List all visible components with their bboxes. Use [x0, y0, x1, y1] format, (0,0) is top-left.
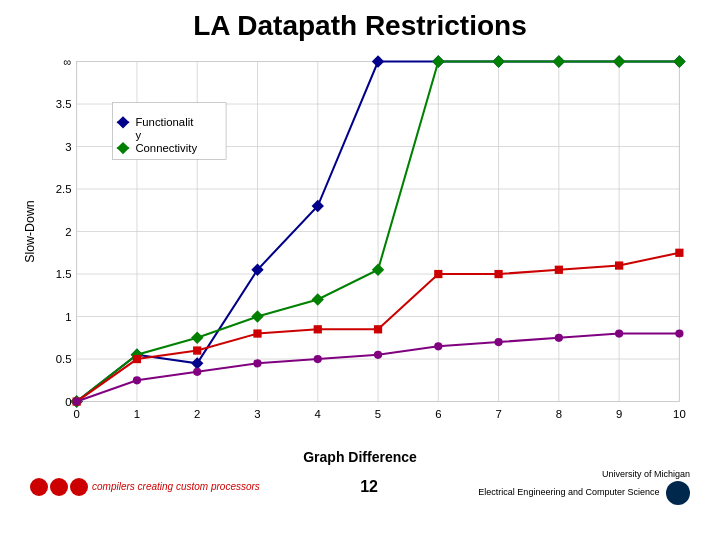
svg-text:7: 7: [495, 408, 501, 420]
svg-point-85: [675, 329, 683, 337]
svg-text:2.5: 2.5: [56, 183, 72, 195]
svg-point-75: [73, 397, 81, 405]
svg-text:Connectivity: Connectivity: [135, 142, 197, 154]
svg-text:1: 1: [134, 408, 140, 420]
footer-left: compilers creating custom processors: [30, 478, 260, 496]
svg-text:10: 10: [673, 408, 686, 420]
svg-text:3: 3: [65, 141, 71, 153]
footer-tagline: compilers creating custom processors: [92, 481, 260, 492]
ccc-circle-1: [30, 478, 48, 496]
svg-rect-66: [193, 346, 201, 354]
svg-text:5: 5: [375, 408, 381, 420]
svg-point-82: [494, 338, 502, 346]
chart-area: 0 0.5 1 1.5 2 2.5 3 3.5 ∞ 0 1 2 3 4 5 6 …: [20, 47, 700, 447]
ccc-circles: [30, 478, 88, 496]
chart-svg: 0 0.5 1 1.5 2 2.5 3 3.5 ∞ 0 1 2 3 4 5 6 …: [20, 47, 700, 447]
university-line2: Electrical Engineering and Computer Scie…: [478, 487, 659, 497]
svg-rect-65: [133, 355, 141, 363]
svg-point-81: [434, 342, 442, 350]
x-axis-label: Graph Difference: [20, 449, 700, 465]
svg-text:Slow-Down: Slow-Down: [23, 200, 37, 263]
svg-text:4: 4: [315, 408, 321, 420]
svg-text:2: 2: [194, 408, 200, 420]
university-info: University of Michigan Electrical Engine…: [478, 469, 690, 505]
svg-text:0: 0: [65, 396, 71, 408]
svg-rect-72: [555, 266, 563, 274]
svg-text:3: 3: [254, 408, 260, 420]
page-title: LA Datapath Restrictions: [20, 10, 700, 42]
svg-text:6: 6: [435, 408, 441, 420]
svg-rect-73: [615, 261, 623, 269]
svg-rect-71: [494, 270, 502, 278]
svg-text:3.5: 3.5: [56, 98, 72, 110]
ccc-circle-2: [50, 478, 68, 496]
svg-point-76: [133, 376, 141, 384]
svg-text:1.5: 1.5: [56, 268, 72, 280]
ccc-logo: compilers creating custom processors: [30, 478, 260, 496]
svg-rect-68: [314, 325, 322, 333]
svg-point-78: [253, 359, 261, 367]
svg-text:0.5: 0.5: [56, 353, 72, 365]
svg-point-84: [615, 329, 623, 337]
svg-rect-74: [675, 249, 683, 257]
page-number: 12: [360, 478, 378, 496]
um-logo: [666, 481, 690, 505]
svg-point-79: [314, 355, 322, 363]
svg-point-83: [555, 334, 563, 342]
svg-rect-67: [253, 329, 261, 337]
svg-text:∞: ∞: [63, 56, 71, 68]
svg-text:y: y: [135, 129, 141, 141]
footer: compilers creating custom processors 12 …: [20, 469, 700, 505]
university-line1: University of Michigan: [602, 469, 690, 479]
svg-rect-69: [374, 325, 382, 333]
svg-text:Functionalit: Functionalit: [135, 116, 194, 128]
svg-text:0: 0: [74, 408, 80, 420]
svg-rect-70: [434, 270, 442, 278]
svg-text:9: 9: [616, 408, 622, 420]
svg-text:8: 8: [556, 408, 562, 420]
ccc-circle-3: [70, 478, 88, 496]
svg-point-77: [193, 368, 201, 376]
svg-point-80: [374, 351, 382, 359]
svg-text:2: 2: [65, 226, 71, 238]
svg-text:1: 1: [65, 311, 71, 323]
